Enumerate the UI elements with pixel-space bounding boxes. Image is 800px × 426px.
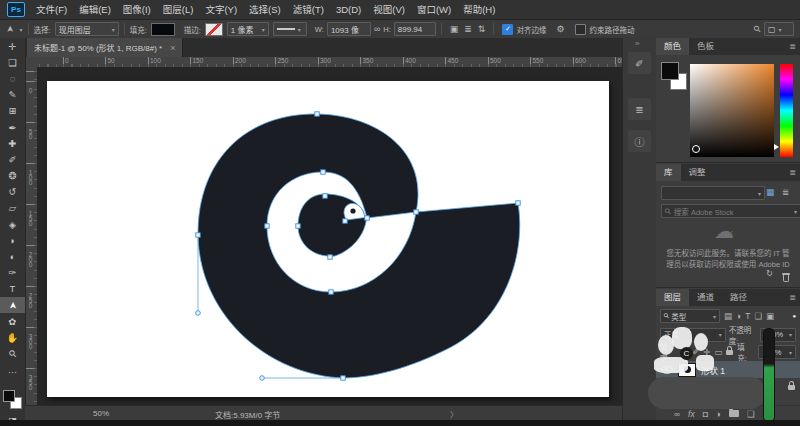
menu-file[interactable]: 文件(F)	[30, 1, 73, 19]
stroke-style-dropdown[interactable]: ▾	[273, 22, 307, 36]
tool-history-brush[interactable]: ↺	[0, 184, 25, 200]
link-layers-icon[interactable]: ∞	[674, 409, 680, 419]
path-anchor[interactable]	[414, 210, 418, 214]
menu-image[interactable]: 图像(I)	[117, 1, 157, 19]
tool-hand[interactable]: ✋	[0, 329, 25, 345]
panel-menu-icon[interactable]: ≣	[789, 38, 796, 55]
close-icon[interactable]: ×	[170, 43, 175, 53]
tool-path-selection[interactable]: ➤	[0, 297, 25, 313]
visibility-eye-icon[interactable]	[661, 384, 673, 392]
menu-view[interactable]: 视图(V)	[367, 1, 411, 19]
tool-blur[interactable]: ◗	[0, 232, 25, 248]
tool-quick-selection[interactable]: ✎	[0, 87, 25, 103]
panel-menu-icon[interactable]: ≣	[789, 289, 796, 306]
path-anchor[interactable]	[328, 255, 332, 259]
tool-more[interactable]: …	[0, 362, 25, 378]
menu-type[interactable]: 文字(Y)	[199, 1, 243, 19]
tool-healing-brush[interactable]: ✚	[0, 135, 25, 151]
hue-slider-marker[interactable]	[774, 144, 779, 150]
path-anchor[interactable]	[265, 224, 269, 228]
stroke-swatch[interactable]	[205, 23, 223, 36]
direction-handle-point[interactable]	[260, 376, 265, 381]
foreground-color-swatch[interactable]	[3, 390, 15, 402]
tool-eraser[interactable]: ▱	[0, 200, 25, 216]
tab-layers[interactable]: 图层	[656, 289, 689, 306]
filter-shape-layers-icon[interactable]: ❏	[754, 311, 762, 321]
lock-transparency-icon[interactable]: ⊞	[681, 347, 688, 357]
path-anchor[interactable]	[323, 194, 327, 198]
layer-thumbnail[interactable]	[678, 363, 696, 377]
tab-libraries[interactable]: 库	[656, 164, 681, 181]
align-edges-checkbox[interactable]: ✓	[502, 24, 513, 35]
layer-filter-dropdown[interactable]: ⚲ 类型 ▾	[660, 309, 720, 323]
lock-artboard-icon[interactable]: ▭	[714, 347, 722, 357]
library-select-dropdown[interactable]: ▾	[661, 186, 765, 200]
layer-thumbnail[interactable]	[678, 381, 696, 395]
tab-swatches[interactable]: 色板	[689, 38, 722, 55]
new-layer-icon[interactable]: ❏	[747, 409, 755, 419]
height-field[interactable]: 899.94	[394, 22, 436, 36]
sync-icon[interactable]: ↻	[766, 268, 773, 278]
menu-3d[interactable]: 3D(D)	[330, 1, 367, 19]
lock-pixels-icon[interactable]: ✐	[692, 347, 699, 357]
dock-icon-brush-settings[interactable]: ✐	[628, 52, 651, 74]
panel-menu-icon[interactable]: ≣	[789, 164, 796, 181]
tab-adjustments[interactable]: 调整	[681, 164, 714, 181]
menu-window[interactable]: 窗口(W)	[411, 1, 457, 19]
tool-marquee[interactable]: ❏	[0, 54, 25, 70]
menu-help[interactable]: 帮助(H)	[457, 1, 501, 19]
path-anchor[interactable]	[343, 219, 347, 223]
gear-icon[interactable]: ⚙	[556, 24, 564, 34]
path-anchor[interactable]	[341, 376, 345, 380]
new-group-icon[interactable]	[729, 410, 739, 417]
path-anchor[interactable]	[365, 216, 369, 220]
tool-brush[interactable]: ✐	[0, 151, 25, 167]
filter-type-layers-icon[interactable]: T	[745, 311, 750, 321]
layer-effects-icon[interactable]: fx	[688, 409, 695, 419]
link-dimensions-icon[interactable]: ∞	[374, 24, 380, 34]
path-anchor[interactable]	[296, 224, 300, 228]
tool-gradient[interactable]: ◈	[0, 216, 25, 232]
tab-paths[interactable]: 路径	[722, 289, 755, 306]
add-mask-icon[interactable]: ◘	[703, 409, 708, 419]
path-anchor[interactable]	[196, 233, 200, 237]
dock-icon-info[interactable]: ⓘ	[628, 130, 651, 152]
tab-channels[interactable]: 通道	[689, 289, 722, 306]
filter-pixel-layers-icon[interactable]: ▤	[724, 311, 732, 321]
menu-select[interactable]: 选择(S)	[243, 1, 287, 19]
path-alignment-icon[interactable]: ≣	[464, 24, 472, 34]
blend-mode-dropdown[interactable]: 正常 ▾	[660, 328, 726, 342]
adjustment-layer-icon[interactable]: ◑	[716, 409, 721, 419]
collapse-panels-icon[interactable]: »	[635, 39, 639, 48]
tool-dodge[interactable]: ◐	[0, 248, 25, 264]
path-operations-icon[interactable]: ▣	[450, 24, 459, 34]
spiral-shape[interactable]	[198, 114, 520, 378]
canvas-pasteboard[interactable]	[37, 67, 622, 405]
trash-icon[interactable]	[782, 273, 790, 282]
tool-preset-arrow-icon[interactable]: ▾	[20, 26, 23, 33]
path-anchor[interactable]	[516, 201, 520, 205]
tool-crop[interactable]: ⊞	[0, 103, 25, 119]
direction-handle-point[interactable]	[196, 311, 201, 316]
foreground-color-swatch[interactable]	[661, 62, 679, 80]
lock-all-icon[interactable]	[726, 350, 733, 355]
path-anchor[interactable]	[321, 170, 325, 174]
select-mode-dropdown[interactable]: 现用图层 ▾	[55, 22, 119, 36]
library-search-field[interactable]: ⚲ 搜索 Adobe Stock ▾	[661, 204, 800, 218]
filter-smart-object-icon[interactable]: ▣	[766, 311, 774, 321]
width-field[interactable]: 1093 像	[327, 22, 371, 36]
visibility-eye-icon[interactable]	[661, 366, 673, 374]
filter-toggle-icon[interactable]: ●	[792, 313, 796, 319]
tool-zoom[interactable]: ⚲	[0, 346, 25, 362]
menu-edit[interactable]: 编辑(E)	[73, 1, 117, 19]
color-field-marker[interactable]	[692, 145, 700, 153]
document-tab[interactable]: 未标题-1 @ 50% (形状 1, RGB/8#) * ×	[27, 38, 183, 57]
lock-position-icon[interactable]: ✛	[703, 347, 710, 357]
search-icon[interactable]: ⚲	[752, 23, 764, 35]
saturation-brightness-field[interactable]	[690, 64, 774, 157]
path-anchor[interactable]	[315, 112, 319, 116]
tool-lasso[interactable]: ◌	[0, 70, 25, 86]
menu-layer[interactable]: 图层(L)	[157, 1, 200, 19]
layer-row-shape1[interactable]: 形状 1	[656, 361, 800, 378]
path-anchor[interactable]	[329, 290, 333, 294]
